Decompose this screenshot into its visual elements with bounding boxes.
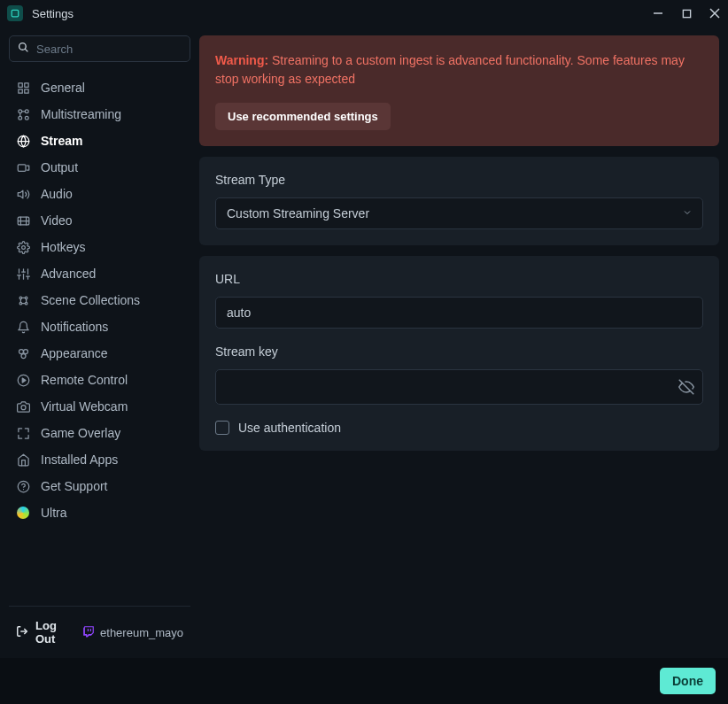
twitch-icon — [82, 625, 95, 640]
connection-panel: URL Stream key U — [199, 256, 719, 451]
sidebar-item-output[interactable]: Output — [9, 154, 190, 181]
window-controls — [652, 7, 721, 19]
appearance-icon — [16, 347, 30, 360]
svg-point-44 — [23, 349, 27, 353]
sidebar-item-label: Virtual Webcam — [41, 398, 128, 414]
app-icon — [7, 5, 23, 21]
stream-type-panel: Stream Type Custom Streaming Server — [199, 157, 719, 245]
username: ethereum_mayo — [100, 626, 183, 639]
svg-rect-19 — [18, 164, 26, 171]
title-bar: Settings — [0, 0, 728, 27]
search-input[interactable] — [9, 35, 190, 62]
sidebar-item-label: Ultra — [41, 505, 67, 521]
svg-rect-9 — [24, 89, 27, 92]
ultra-icon — [16, 507, 30, 519]
sidebar-item-hotkeys[interactable]: Hotkeys — [9, 234, 190, 260]
auth-row: Use authentication — [215, 421, 703, 435]
sidebar-item-get-support[interactable]: Get Support — [9, 473, 190, 499]
sidebar-item-installed-apps[interactable]: Installed Apps — [9, 446, 190, 473]
sidebar-item-audio[interactable]: Audio — [9, 181, 190, 207]
svg-point-43 — [19, 349, 23, 353]
sidebar-item-ultra[interactable]: Ultra — [9, 499, 190, 526]
search-icon — [18, 42, 29, 56]
gear-icon — [16, 241, 30, 254]
svg-rect-2 — [683, 10, 690, 17]
svg-line-6 — [25, 49, 27, 51]
sidebar-item-label: Hotkeys — [41, 239, 86, 255]
stream-key-label: Stream key — [215, 344, 703, 359]
svg-point-14 — [25, 116, 28, 120]
warning-prefix: Warning: — [215, 53, 268, 67]
grid-icon — [16, 81, 30, 95]
svg-rect-0 — [12, 10, 19, 17]
sidebar-item-stream[interactable]: Stream — [9, 128, 190, 154]
svg-point-45 — [21, 353, 26, 358]
logout-label: Log Out — [35, 619, 74, 646]
sidebar-item-label: Notifications — [41, 319, 108, 335]
svg-rect-53 — [90, 629, 91, 631]
globe-icon — [16, 135, 30, 148]
auth-checkbox[interactable] — [215, 421, 229, 435]
minimize-button[interactable] — [652, 7, 664, 19]
sidebar-item-game-overlay[interactable]: Game Overlay — [9, 420, 190, 446]
recommended-settings-button[interactable]: Use recommended settings — [215, 103, 391, 130]
logout-button[interactable]: Log Out — [16, 619, 74, 646]
bottom-bar: Done — [0, 658, 728, 704]
sidebar-item-label: Stream — [41, 133, 82, 149]
svg-point-48 — [21, 405, 26, 409]
warning-text: Warning: Streaming to a custom ingest is… — [215, 51, 703, 89]
sidebar-item-scene-collections[interactable]: Scene Collections — [9, 287, 190, 313]
svg-rect-7 — [18, 82, 21, 86]
output-icon — [16, 161, 30, 174]
apps-icon — [16, 453, 30, 467]
main-panel: Warning: Streaming to a custom ingest is… — [199, 27, 728, 658]
sidebar-item-label: Installed Apps — [41, 452, 118, 468]
done-button[interactable]: Done — [660, 668, 716, 694]
search-wrap — [9, 35, 190, 62]
sidebar-item-video[interactable]: Video — [9, 207, 190, 234]
svg-marker-20 — [18, 190, 23, 198]
audio-icon — [16, 188, 30, 201]
sidebar-item-label: Video — [41, 213, 73, 228]
video-icon — [16, 214, 30, 228]
close-button[interactable] — [709, 7, 721, 19]
stream-key-input[interactable] — [215, 369, 703, 405]
auth-label: Use authentication — [238, 421, 341, 435]
sidebar-item-label: Remote Control — [41, 372, 128, 388]
sidebar-item-label: Game Overlay — [41, 425, 120, 441]
nav-list: GeneralMultistreamingStreamOutputAudioVi… — [9, 74, 190, 606]
multistream-icon — [16, 108, 30, 121]
sidebar-item-advanced[interactable]: Advanced — [9, 260, 190, 287]
window-title: Settings — [32, 7, 652, 20]
sidebar: GeneralMultistreamingStreamOutputAudioVi… — [0, 27, 199, 658]
sidebar-item-notifications[interactable]: Notifications — [9, 313, 190, 340]
help-icon — [16, 480, 30, 493]
sidebar-item-label: Advanced — [41, 266, 96, 282]
overlay-icon — [16, 427, 30, 440]
svg-point-25 — [21, 245, 25, 249]
sidebar-item-label: Scene Collections — [41, 292, 140, 308]
camera-icon — [16, 400, 30, 414]
stream-type-select[interactable]: Custom Streaming Server — [215, 197, 703, 229]
warning-body: Streaming to a custom ingest is advanced… — [215, 53, 685, 86]
sidebar-item-appearance[interactable]: Appearance — [9, 340, 190, 367]
sidebar-item-label: Get Support — [41, 478, 108, 494]
bell-icon — [16, 321, 30, 334]
sidebar-item-label: Appearance — [41, 345, 108, 361]
username-wrap: ethereum_mayo — [82, 625, 183, 640]
svg-rect-10 — [18, 89, 21, 92]
warning-panel: Warning: Streaming to a custom ingest is… — [199, 35, 719, 146]
sidebar-item-remote-control[interactable]: Remote Control — [9, 367, 190, 393]
maximize-button[interactable] — [680, 7, 693, 19]
sidebar-item-general[interactable]: General — [9, 74, 190, 101]
svg-rect-8 — [24, 82, 27, 86]
sidebar-item-multistreaming[interactable]: Multistreaming — [9, 101, 190, 128]
sidebar-item-virtual-webcam[interactable]: Virtual Webcam — [9, 393, 190, 420]
sidebar-item-label: General — [41, 80, 85, 96]
remote-icon — [16, 374, 30, 387]
stream-type-label: Stream Type — [215, 173, 703, 187]
url-label: URL — [215, 272, 703, 286]
toggle-visibility-button[interactable] — [678, 379, 694, 395]
url-input[interactable] — [215, 297, 703, 329]
svg-rect-52 — [88, 629, 89, 631]
